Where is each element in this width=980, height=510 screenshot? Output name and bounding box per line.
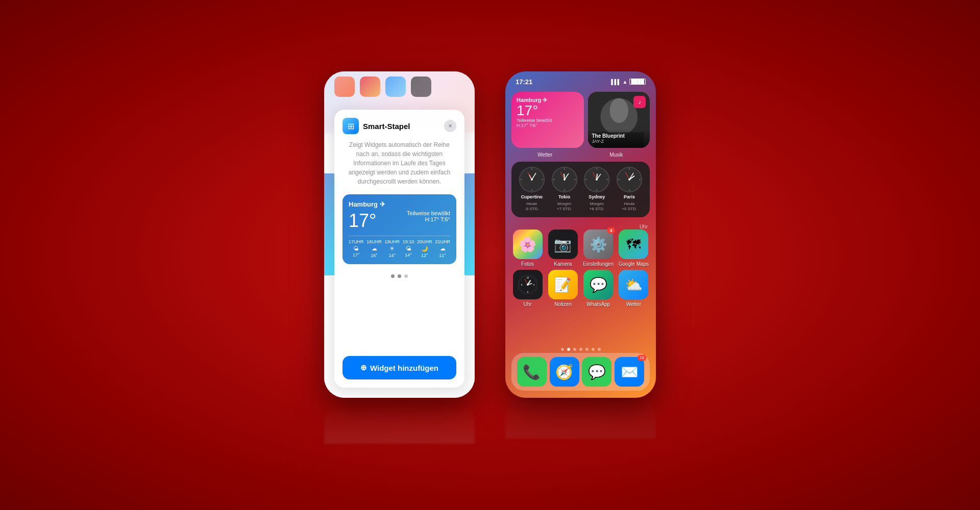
page-dot-7: [598, 348, 601, 351]
modal-weather-temp: 17°: [349, 210, 376, 232]
modal-weather-widget: Hamburg ✈ 17° Teilweise bewölkt H:17° T:…: [342, 194, 456, 264]
widget-row-1: Hamburg ✈ 17° Teilweise bewölkt H:17° T:…: [511, 92, 650, 148]
left-app-row: [334, 76, 464, 97]
clock-sydney: Sydney Morgen+8 STD.: [584, 167, 609, 212]
modal-page-dots: [391, 274, 408, 278]
svg-point-49: [527, 284, 529, 286]
tokio-time: Morgen+7 STD.: [557, 201, 572, 212]
app-wetter-label: Wetter: [626, 301, 641, 307]
cupertino-time: Heute-9 STD.: [525, 201, 539, 212]
modal-header: ⊞ Smart-Stapel ×: [342, 118, 456, 134]
app-fotos-icon: 🌸: [513, 230, 543, 259]
right-phone-reflection: [505, 398, 656, 439]
signal-icon: ▌▌▌: [611, 79, 620, 85]
weather-widget[interactable]: Hamburg ✈ 17° Teilweise bewölkt H:17° T:…: [511, 92, 584, 148]
svg-line-11: [528, 172, 532, 180]
clock-face-sydney: [584, 167, 609, 192]
app-uhr-icon: 12 3 6 9: [513, 270, 543, 299]
music-widget[interactable]: ♪ The Blueprint JAY-Z: [588, 92, 650, 148]
wifi-icon: ▲: [623, 79, 628, 85]
app-notizen-icon: 📝: [548, 270, 578, 299]
status-time: 17:21: [516, 78, 532, 86]
paris-time: Heute+0 STD.: [622, 201, 637, 212]
modal-weather-condition: Teilweise bewölkt H:17° T:6°: [407, 210, 450, 222]
dock: 📞 🧭 💬 ✉️ 72: [511, 353, 650, 391]
kamera-symbol: 📷: [554, 236, 572, 253]
svg-point-39: [628, 178, 630, 181]
messages-symbol: 💬: [588, 364, 606, 380]
app-maps[interactable]: 🗺 Google Maps: [618, 230, 650, 267]
app-wetter-icon: ⛅: [619, 270, 648, 299]
left-phone: ⊞ Smart-Stapel × Zeigt Widgets automatis…: [324, 71, 475, 398]
sydney-time: Morgen+8 STD.: [590, 201, 605, 212]
app-einstellungen[interactable]: ⚙️ 4 Einstellungen: [582, 230, 615, 267]
page-dot-4: [579, 348, 582, 351]
app-notizen[interactable]: 📝 Notizen: [547, 270, 579, 307]
battery-icon: ████: [629, 79, 646, 85]
dock-mail[interactable]: ✉️ 72: [615, 357, 644, 387]
clock-face-paris: [617, 167, 642, 192]
app-fotos[interactable]: 🌸 Fotos: [511, 230, 544, 267]
music-title: The Blueprint: [592, 133, 646, 139]
tokio-label: Tokio: [558, 194, 570, 199]
phone-symbol: 📞: [523, 364, 541, 380]
page-dot-1: [561, 348, 564, 351]
paris-label: Paris: [624, 194, 635, 199]
dock-phone-icon: 📞: [517, 357, 547, 387]
dock-phone[interactable]: 📞: [517, 357, 547, 387]
add-widget-label: Widget hinzufügen: [370, 364, 438, 372]
dock-messages-icon: 💬: [582, 357, 611, 387]
modal-close-button[interactable]: ×: [444, 120, 456, 132]
add-widget-button[interactable]: ⊕ Widget hinzufügen: [342, 356, 456, 379]
music-label: Musik: [583, 152, 650, 158]
svg-point-21: [564, 178, 566, 181]
modal-weather-location: Hamburg ✈: [349, 200, 450, 208]
page-dot-6: [592, 348, 595, 351]
clock-tokio: Tokio Morgen+7 STD.: [552, 167, 577, 212]
dock-safari-icon: 🧭: [550, 357, 579, 387]
smart-stack-modal: ⊞ Smart-Stapel × Zeigt Widgets automatis…: [334, 110, 464, 388]
settings-badge: 4: [607, 227, 615, 234]
weather-widget-condition: Teilweise bewölkt: [517, 118, 579, 123]
weather-hour-1: 17UHR 🌤 17°: [349, 239, 364, 258]
app-wetter[interactable]: ⛅ Wetter: [618, 270, 650, 307]
dock-safari[interactable]: 🧭: [550, 357, 579, 387]
weather-widget-highlow: H:17° T:6°: [517, 123, 579, 128]
page-dots: [505, 348, 656, 351]
modal-description: Zeigt Widgets automatisch der Reihe nach…: [342, 140, 456, 186]
dock-messages[interactable]: 💬: [582, 357, 611, 387]
widget-label-row: Wetter Musik: [511, 152, 650, 158]
svg-point-12: [531, 178, 533, 181]
svg-line-10: [532, 173, 536, 180]
stack-icon-symbol: ⊞: [348, 121, 354, 131]
weather-widget-temp: 17°: [517, 104, 579, 118]
mail-badge: 72: [638, 355, 646, 361]
left-app-cl: [411, 76, 431, 97]
app-settings-label: Einstellungen: [583, 261, 614, 267]
status-icons: ▌▌▌ ▲ ████: [611, 79, 646, 85]
sydney-label: Sydney: [589, 194, 605, 199]
app-whatsapp[interactable]: 💬 WhatsApp: [582, 270, 615, 307]
safari-symbol: 🧭: [555, 364, 573, 380]
page-dot-3: [573, 348, 576, 351]
app-kamera[interactable]: 📷 Kamera: [547, 230, 579, 267]
right-phone: 17:21 ▌▌▌ ▲ ████ Hamburg ✈ 17° Teilweise…: [505, 71, 656, 398]
weather-hour-4: 19:10 🌤 14°: [403, 239, 414, 258]
modal-dot-1: [391, 274, 395, 278]
svg-point-30: [596, 178, 598, 181]
modal-dot-3: [404, 274, 408, 278]
clock-cupertino: Cupertino Heute-9 STD.: [519, 167, 545, 212]
weather-label: Wetter: [511, 152, 579, 158]
weather-hour-3: 19UHR ☀ 14°: [385, 239, 400, 258]
app-settings-icon: ⚙️ 4: [583, 230, 613, 259]
whatsapp-symbol: 💬: [590, 276, 607, 293]
clock-paris: Paris Heute+0 STD.: [617, 167, 642, 212]
app-uhr[interactable]: 12 3 6 9 Uhr: [511, 270, 544, 307]
app-notizen-label: Notizen: [554, 301, 572, 307]
app-fotos-label: Fotos: [521, 261, 534, 267]
clock-widget[interactable]: Cupertino Heute-9 STD.: [511, 162, 650, 217]
clock-face-tokio: [552, 167, 577, 192]
svg-line-29: [593, 172, 597, 180]
widgets-area: Hamburg ✈ 17° Teilweise bewölkt H:17° T:…: [511, 92, 650, 231]
app-whatsapp-icon: 💬: [583, 270, 613, 299]
